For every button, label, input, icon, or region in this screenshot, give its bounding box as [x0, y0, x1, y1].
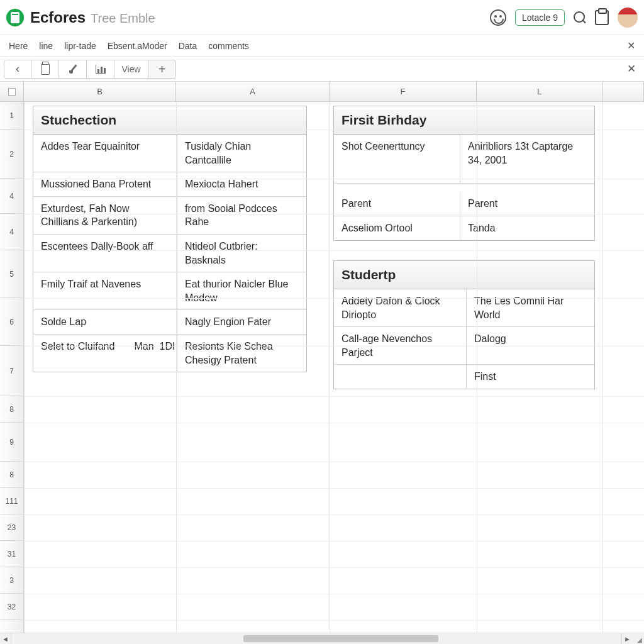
table-row[interactable]: Addes Tear EquainitorTusidaly Chian Cant…	[33, 135, 306, 172]
spreadsheet-area: B A F L 12445678981112331332 Stuchection…	[0, 82, 644, 633]
table-row[interactable]: Acseliom OrtoolTanda	[334, 216, 594, 240]
arrow-left-icon: ‹	[16, 62, 19, 75]
menu-item[interactable]: Here	[9, 41, 28, 51]
column-header-row: B A F L	[0, 82, 644, 102]
table-row[interactable]: Mussioned Bana ProtentMexiocta Hahert	[33, 172, 306, 197]
table-first-birthday: Firsit Birhday Shot CeenerttuncyAniribli…	[333, 106, 595, 241]
cell[interactable]: Tanda	[460, 216, 594, 240]
cell[interactable]: Escentees Dally-Book aff	[33, 235, 177, 272]
row-header[interactable]: 5	[0, 250, 23, 298]
row-header[interactable]: 9	[0, 423, 23, 462]
table-row[interactable]: Exturdest, Fah Now Chillians & Parkentin…	[33, 197, 306, 235]
scroll-right-icon[interactable]: ►	[621, 633, 633, 645]
scroll-thumb[interactable]	[243, 635, 438, 642]
toolbar: ‹ View + ✕	[0, 57, 644, 82]
cell[interactable]: Tusidaly Chian Cantcallile	[177, 135, 306, 172]
grid-canvas[interactable]: Stuchection Addes Tear EquainitorTusidal…	[24, 102, 644, 633]
undo-button[interactable]: ‹	[4, 60, 31, 79]
row-header[interactable]: 8	[0, 396, 23, 423]
share-button[interactable]: Lotacle 9	[515, 9, 565, 26]
table-row[interactable]: Finst	[334, 365, 594, 389]
app-icon[interactable]	[6, 9, 24, 26]
cell[interactable]: Solde Lap	[33, 310, 177, 334]
table-row[interactable]: Addety Dafon & Clock DirioptoThe Les Com…	[334, 289, 594, 327]
cell[interactable]: The Les Comnil Har World	[466, 289, 594, 326]
table-row[interactable]: Solde LapNagly Engion Fater	[33, 310, 306, 335]
chart-button[interactable]	[87, 60, 114, 79]
row-header[interactable]: 3	[0, 567, 23, 594]
scroll-left-icon[interactable]: ◄	[0, 633, 11, 645]
scroll-track[interactable]	[11, 633, 621, 644]
row-header[interactable]: 4	[0, 214, 23, 250]
table-row[interactable]: Selet to Cluifand Man 1DIResionts Kie Sc…	[33, 335, 306, 372]
cell[interactable]: Exturdest, Fah Now Chillians & Parkentin…	[33, 197, 177, 234]
feedback-icon[interactable]	[490, 9, 506, 26]
table-stuchection: Stuchection Addes Tear EquainitorTusidal…	[33, 106, 307, 372]
cell[interactable]: Finst	[466, 365, 594, 389]
row-header[interactable]: 111	[0, 488, 23, 514]
row-header[interactable]: 2	[0, 130, 23, 179]
resize-grip-icon[interactable]: ◢	[633, 633, 644, 645]
column-header[interactable]: B	[24, 82, 176, 101]
row-header[interactable]: 32	[0, 594, 23, 620]
row-header[interactable]: 23	[0, 514, 23, 541]
column-header[interactable]: L	[477, 82, 602, 101]
clipboard-icon[interactable]	[595, 10, 609, 25]
table-row[interactable]: Fmily Traif at NavenesEat thurior Naicle…	[33, 272, 306, 310]
cell[interactable]	[334, 365, 466, 389]
row-header[interactable]: 1	[0, 102, 23, 130]
document-subtitle: Tree Emble	[91, 11, 155, 26]
table-row[interactable]: Escentees Dally-Book affNtideol Cutbrier…	[33, 235, 306, 272]
table-header: Studertp	[334, 261, 594, 289]
cell[interactable]: Acseliom Ortool	[334, 216, 460, 240]
format-paint-button[interactable]	[59, 60, 87, 79]
cell[interactable]: Addety Dafon & Clock Diriopto	[334, 289, 466, 326]
cell[interactable]: Fmily Traif at Navenes	[33, 272, 177, 309]
cell[interactable]: Parent	[334, 192, 460, 216]
row-header[interactable]: 6	[0, 298, 23, 346]
cell[interactable]: Selet to Cluifand Man 1DI	[33, 335, 177, 372]
cell[interactable]: from Sooial Podcces Rahe	[177, 197, 306, 234]
close-icon[interactable]: ✕	[627, 40, 635, 52]
table-row[interactable]: ParentParent	[334, 184, 594, 216]
menu-bar: Here line lipr-tade Ebsent.aModer Data c…	[0, 35, 644, 57]
table-row[interactable]: Shot CeenerttuncyAniribliors 13t Captarg…	[334, 135, 594, 184]
menu-item[interactable]: Data	[179, 41, 197, 51]
collapse-toolbar-icon[interactable]: ✕	[623, 62, 640, 75]
menu-item[interactable]: line	[39, 41, 53, 51]
search-icon[interactable]	[574, 11, 586, 24]
cell[interactable]: Eat thurior Naicler Blue Modew	[177, 272, 306, 309]
row-header[interactable]: 4	[0, 179, 23, 214]
column-header[interactable]: F	[330, 82, 477, 101]
table-studertp: Studertp Addety Dafon & Clock DirioptoTh…	[333, 260, 595, 389]
cell[interactable]: Parent	[460, 192, 594, 216]
menu-item[interactable]: Ebsent.aModer	[108, 41, 167, 51]
horizontal-scrollbar[interactable]: ◄ ► ◢	[0, 633, 644, 644]
cell[interactable]: Shot Ceenerttuncy	[334, 135, 460, 183]
add-button[interactable]: +	[148, 60, 176, 79]
cell[interactable]: Aniribliors 13t Captarge 34, 2001	[460, 135, 594, 183]
row-header[interactable]: 31	[0, 541, 23, 567]
paste-button[interactable]	[31, 60, 59, 79]
column-header-blank	[602, 82, 644, 101]
bar-chart-icon	[96, 65, 106, 74]
select-all-corner[interactable]	[0, 82, 24, 101]
row-header[interactable]: 7	[0, 346, 23, 396]
cell[interactable]: Mexiocta Hahert	[177, 172, 306, 196]
menu-item[interactable]: comments	[208, 41, 249, 51]
row-header[interactable]: 8	[0, 462, 23, 488]
account-avatar[interactable]	[618, 8, 638, 28]
column-header[interactable]: A	[176, 82, 330, 101]
cell[interactable]: Ntideol Cutbrier: Basknals	[177, 235, 306, 272]
cell[interactable]: Resionts Kie Schea Chesigy Pratent	[177, 335, 306, 372]
cell[interactable]: Nagly Engion Fater	[177, 310, 306, 334]
document-title[interactable]: Ecfores	[30, 9, 86, 26]
title-bar: Ecfores Tree Emble Lotacle 9	[0, 0, 644, 35]
cell[interactable]: Addes Tear Equainitor	[33, 135, 177, 172]
menu-item[interactable]: lipr-tade	[64, 41, 96, 51]
cell[interactable]: Mussioned Bana Protent	[33, 172, 177, 196]
table-header: Firsit Birhday	[334, 106, 594, 135]
share-button-label: Lotacle	[522, 13, 550, 23]
clipboard-small-icon	[41, 64, 50, 75]
view-button[interactable]: View	[114, 60, 148, 79]
